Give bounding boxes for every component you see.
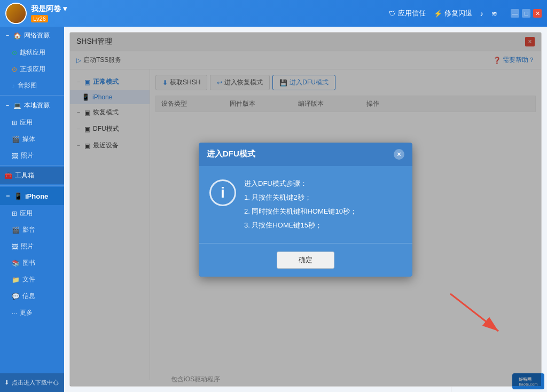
dfu-modal: 进入DFU模式 × i 进入DFU模式步骤： 1. 只按住关机键2秒； 2. 同… xyxy=(199,143,412,277)
dfu-modal-close-button[interactable]: × xyxy=(394,149,404,160)
iphone-photos[interactable]: 🖼 照片 xyxy=(0,238,64,255)
sidebar: － 🏠 网络资源 ⊙ 越狱应用 ⊙ 正版应用 ♪ 音影图 － 💻 xyxy=(0,27,64,392)
divider-3 xyxy=(0,185,64,186)
title-bar-left: 我是阿卷 ▾ Lv26 xyxy=(5,3,67,24)
iphone-media[interactable]: 🎬 影音 xyxy=(0,222,64,238)
sidebar-item-photos[interactable]: 🖼 照片 xyxy=(0,147,64,164)
iphone-books-icon: 📚 xyxy=(12,260,20,267)
arrow-annotation xyxy=(445,288,509,343)
sidebar-header-network[interactable]: － 🏠 网络资源 xyxy=(0,27,64,44)
iphone-media-icon: 🎬 xyxy=(12,226,20,234)
music-icon: ♪ xyxy=(480,10,484,18)
dfu-modal-title-bar: 进入DFU模式 × xyxy=(199,143,412,166)
lightning-icon: ⚡ xyxy=(434,10,442,18)
maximize-button[interactable]: □ xyxy=(522,9,530,18)
photos-icon: 🖼 xyxy=(12,152,18,160)
jailbreak-icon: ⊙ xyxy=(12,49,17,57)
dfu-confirm-button[interactable]: 确定 xyxy=(277,252,334,269)
sidebar-section-network: － 🏠 网络资源 ⊙ 越狱应用 ⊙ 正版应用 ♪ 音影图 xyxy=(0,27,64,94)
official-icon: ⊙ xyxy=(12,66,17,73)
arrow-svg xyxy=(445,288,509,342)
svg-line-1 xyxy=(450,294,498,331)
sidebar-item-official[interactable]: ⊙ 正版应用 xyxy=(0,61,64,77)
dash-icon: － xyxy=(4,31,11,40)
wifi-button[interactable]: ≋ xyxy=(491,10,497,18)
divider-2 xyxy=(0,165,64,166)
iphone-files[interactable]: 📁 文件 xyxy=(0,271,64,288)
sidebar-item-media[interactable]: ♪ 音影图 xyxy=(0,77,64,94)
dfu-steps-content: 进入DFU模式步骤： 1. 只按住关机键2秒； 2. 同时按住关机键和HOME键… xyxy=(244,177,357,232)
shield-icon: 🛡 xyxy=(389,10,396,18)
user-info: 我是阿卷 ▾ Lv26 xyxy=(31,4,67,22)
sidebar-item-apps[interactable]: ⊞ 应用 xyxy=(0,114,64,131)
media-icon: ♪ xyxy=(12,82,15,90)
sidebar-toolbox[interactable]: 🧰 工具箱 xyxy=(0,167,64,184)
dfu-modal-overlay: 进入DFU模式 × i 进入DFU模式步骤： 1. 只按住关机键2秒； 2. 同… xyxy=(70,33,541,386)
iphone-device-icon: 📱 xyxy=(14,192,22,200)
title-bar: 我是阿卷 ▾ Lv26 🛡 应用信任 ⚡ 修复闪退 ♪ ≋ — □ ✕ xyxy=(0,0,547,27)
download-icon: ⬇ xyxy=(4,379,9,386)
iphone-messages-icon: 💬 xyxy=(12,293,20,300)
dfu-steps-title: 进入DFU模式步骤： xyxy=(244,177,357,191)
dash-icon-2: － xyxy=(4,101,11,110)
iphone-books[interactable]: 📚 图书 xyxy=(0,255,64,271)
iphone-messages[interactable]: 💬 信息 xyxy=(0,288,64,304)
apps-icon: ⊞ xyxy=(12,119,17,127)
toolbox-icon: 🧰 xyxy=(4,172,12,179)
home-icon: 🏠 xyxy=(13,32,21,40)
dfu-info-icon: i xyxy=(209,179,236,206)
iphone-more-icon: ··· xyxy=(12,309,17,317)
wifi-icon: ≋ xyxy=(491,10,497,18)
iphone-apps[interactable]: ⊞ 应用 xyxy=(0,205,64,222)
content-area: 持的铃声 松搬家 恢复工 SHSH管理 × ▷ 启动TSS服务 ❓ 需要帮助？ xyxy=(64,27,547,392)
dash-icon-iphone: － xyxy=(4,191,11,201)
title-bar-right: 🛡 应用信任 ⚡ 修复闪退 ♪ ≋ — □ ✕ xyxy=(389,9,542,18)
dfu-step-2: 2. 同时按住关机键和HOME键10秒； xyxy=(244,205,357,218)
iphone-files-icon: 📁 xyxy=(12,276,20,284)
dfu-step-1: 1. 只按住关机键2秒； xyxy=(244,191,357,205)
avatar xyxy=(5,3,27,24)
close-button[interactable]: ✕ xyxy=(533,9,542,18)
dfu-modal-footer: 确定 xyxy=(199,243,412,277)
avatar-image xyxy=(6,4,26,23)
download-center-bar[interactable]: ⬇ 点击进入下载中心 xyxy=(0,373,64,392)
window-controls: — □ ✕ xyxy=(511,9,542,18)
dfu-modal-body: i 进入DFU模式步骤： 1. 只按住关机键2秒； 2. 同时按住关机键和HOM… xyxy=(199,166,412,243)
sidebar-iphone-header[interactable]: － 📱 iPhone xyxy=(0,187,64,205)
dfu-modal-title-text: 进入DFU模式 xyxy=(207,149,255,159)
fix-crash-button[interactable]: ⚡ 修复闪退 xyxy=(434,9,472,18)
sidebar-item-jailbreak[interactable]: ⊙ 越狱应用 xyxy=(0,44,64,61)
divider-1 xyxy=(0,95,64,96)
iphone-more[interactable]: ··· 更多 xyxy=(0,304,64,321)
sidebar-header-local[interactable]: － 💻 本地资源 xyxy=(0,97,64,114)
minimize-button[interactable]: — xyxy=(511,9,519,18)
sidebar-section-local: － 💻 本地资源 ⊞ 应用 🎬 媒体 🖼 照片 xyxy=(0,97,64,164)
trust-button[interactable]: 🛡 应用信任 xyxy=(389,9,426,18)
shsh-panel: SHSH管理 × ▷ 启动TSS服务 ❓ 需要帮助？ － xyxy=(69,32,542,387)
local-media-icon: 🎬 xyxy=(12,136,20,143)
user-level: Lv26 xyxy=(31,15,48,22)
local-icon: 💻 xyxy=(13,102,21,109)
main-layout: － 🏠 网络资源 ⊙ 越狱应用 ⊙ 正版应用 ♪ 音影图 － 💻 xyxy=(0,27,547,392)
music-button[interactable]: ♪ xyxy=(480,10,484,18)
sidebar-item-local-media[interactable]: 🎬 媒体 xyxy=(0,131,64,147)
dfu-step-3: 3. 只按住HOME键15秒； xyxy=(244,218,357,232)
iphone-photos-icon: 🖼 xyxy=(12,243,18,250)
user-name[interactable]: 我是阿卷 ▾ xyxy=(31,4,67,14)
iphone-apps-icon: ⊞ xyxy=(12,210,17,217)
